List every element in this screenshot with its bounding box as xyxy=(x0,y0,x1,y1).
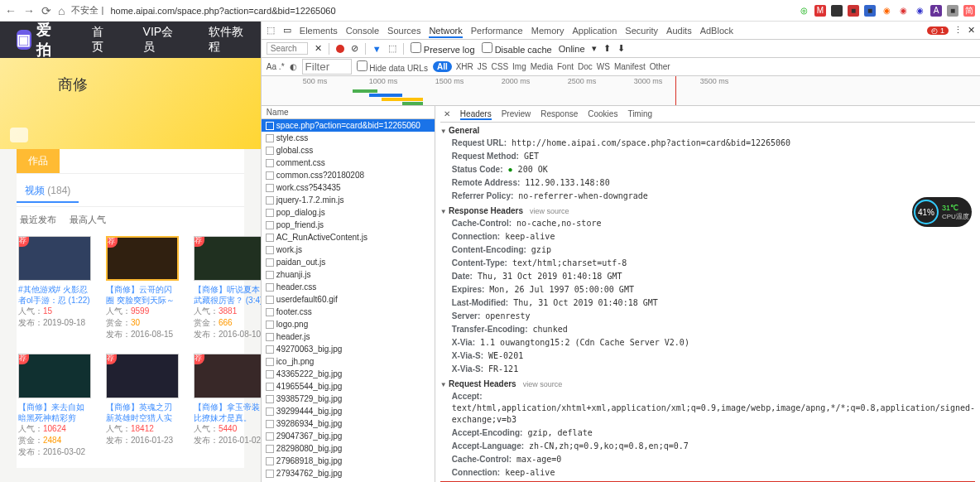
upload-icon[interactable]: ⬆ xyxy=(603,43,611,54)
record-icon[interactable] xyxy=(336,45,344,53)
request-row[interactable]: pop_friend.js xyxy=(262,219,435,231)
filter-recent[interactable]: 最近发布 xyxy=(20,214,56,226)
request-row[interactable]: jquery-1.7.2.min.js xyxy=(262,194,435,206)
request-row[interactable]: header.css xyxy=(262,281,435,293)
request-row[interactable]: 29047367_big.jpg xyxy=(262,430,435,442)
inspect-icon[interactable]: ⬚ xyxy=(267,25,275,36)
request-row[interactable]: work.css?543435 xyxy=(262,181,435,194)
devtools-tab-application[interactable]: Application xyxy=(572,26,617,36)
type-filter-font[interactable]: Font xyxy=(557,62,574,71)
detail-tab-cookies[interactable]: Cookies xyxy=(588,109,617,120)
back-icon[interactable]: ← xyxy=(5,4,17,17)
request-row[interactable]: common.css?20180208 xyxy=(262,169,435,181)
nav-vip[interactable]: VIP会员 xyxy=(143,25,175,55)
detail-tab-headers[interactable]: Headers xyxy=(460,109,492,120)
clear-search-icon[interactable]: ✕ xyxy=(315,43,322,54)
reload-icon[interactable]: ⟳ xyxy=(41,4,51,17)
request-row[interactable]: 39286934_big.jpg xyxy=(262,417,435,430)
request-row[interactable]: zhuanji.js xyxy=(262,268,435,281)
home-icon[interactable]: ⌂ xyxy=(58,4,65,17)
request-row[interactable]: userdefault60.gif xyxy=(262,293,435,306)
throttle-select[interactable]: Online xyxy=(559,44,585,54)
clear-icon[interactable]: ⊘ xyxy=(351,43,358,54)
close-icon[interactable]: ✕ xyxy=(968,25,975,36)
devtools-tab-elements[interactable]: Elements xyxy=(300,26,338,36)
detail-tab-preview[interactable]: Preview xyxy=(502,109,531,120)
video-title[interactable]: 【商修】来去自如 暗黑死神精彩剪辑。(3:44) xyxy=(18,402,91,423)
request-list[interactable]: Name space.php?action=card&bid=12265060s… xyxy=(262,106,435,482)
settings-icon[interactable]: ⋮ xyxy=(954,25,963,36)
request-headers-section[interactable]: Request Headersview source xyxy=(440,376,975,390)
devtools-tab-console[interactable]: Console xyxy=(346,26,379,36)
type-filter-other[interactable]: Other xyxy=(650,62,670,71)
type-filter-manifest[interactable]: Manifest xyxy=(614,62,646,71)
preserve-log[interactable]: Preserve log xyxy=(411,42,475,55)
devtools-tab-sources[interactable]: Sources xyxy=(387,26,420,36)
request-row[interactable]: logo.png xyxy=(262,318,435,330)
nav-home[interactable]: 首页 xyxy=(92,25,110,55)
request-row[interactable]: 43365222_big.jpg xyxy=(262,368,435,380)
request-row[interactable]: footer.css xyxy=(262,306,435,318)
devtools-tab-security[interactable]: Security xyxy=(625,26,658,36)
request-row[interactable]: AC_RunActiveContent.js xyxy=(262,231,435,243)
error-count[interactable]: ◴ 1 xyxy=(927,27,949,35)
video-card[interactable]: 荐 【商修】云哥的闪圈 突脸突到天际～ (22:49) 人气：9599 赏金：3… xyxy=(106,236,179,340)
nav-tutorial[interactable]: 软件教程 xyxy=(209,25,244,55)
type-filter-doc[interactable]: Doc xyxy=(578,62,593,71)
type-filter-js[interactable]: JS xyxy=(478,62,488,71)
filter-expand-icon[interactable]: ◐ xyxy=(290,62,297,71)
hide-data-urls[interactable]: Hide data URLs xyxy=(357,60,428,73)
devtools-tab-network[interactable]: Network xyxy=(429,26,462,38)
search-icon[interactable]: ⬚ xyxy=(388,43,396,54)
video-card[interactable]: 荐 【商修】拿玉帝装比撩妹才是真。(3:4) 人气：5440 发布：2016-0… xyxy=(194,354,261,458)
search-input[interactable] xyxy=(267,42,308,55)
video-title[interactable]: 【商修】英魂之刃新英雄时空猎人实战 (29:57) xyxy=(106,402,179,423)
request-row[interactable]: header.js xyxy=(262,330,435,343)
filter-icon[interactable]: ▼ xyxy=(372,44,382,54)
filter-popular[interactable]: 最高人气 xyxy=(70,214,106,226)
address-bar[interactable]: home.aipai.com/space.php?action=card&bid… xyxy=(110,6,335,16)
disable-cache[interactable]: Disable cache xyxy=(482,42,552,55)
chat-icon[interactable] xyxy=(10,128,28,142)
video-title[interactable]: 【商修】云哥的闪圈 突脸突到天际～ (22:49) xyxy=(106,284,179,306)
devtools-tab-audits[interactable]: Audits xyxy=(666,26,692,36)
request-row[interactable]: 27934762_big.jpg xyxy=(262,467,435,480)
type-filter-ws[interactable]: WS xyxy=(597,62,610,71)
type-filter-img[interactable]: Img xyxy=(512,62,526,71)
close-detail-icon[interactable]: ✕ xyxy=(444,109,450,120)
type-filter-all[interactable]: All xyxy=(433,61,452,72)
forward-icon[interactable]: → xyxy=(23,4,35,17)
video-title[interactable]: #其他游戏# 火影忍者ol手游：忍 (1:22) xyxy=(18,284,91,306)
video-title[interactable]: 【商修】听说夏本武藏很厉害？ (3:4) xyxy=(194,284,261,306)
timeline-overview[interactable]: 500 ms1000 ms1500 ms2000 ms2500 ms3000 m… xyxy=(262,76,980,106)
detail-tab-timing[interactable]: Timing xyxy=(627,109,652,120)
request-row[interactable]: space.php?action=card&bid=12265060 xyxy=(262,119,435,132)
request-row[interactable]: 41965544_big.jpg xyxy=(262,380,435,393)
site-logo[interactable]: ▣ 爱拍 xyxy=(17,22,59,60)
filter-input[interactable] xyxy=(302,59,352,75)
request-row[interactable]: global.css xyxy=(262,144,435,157)
devtools-tab-memory[interactable]: Memory xyxy=(531,26,564,36)
type-filter-xhr[interactable]: XHR xyxy=(456,62,473,71)
response-headers-section[interactable]: Response Headersview source xyxy=(440,203,975,217)
request-row[interactable]: 27968918_big.jpg xyxy=(262,455,435,467)
general-section[interactable]: General xyxy=(440,123,975,137)
video-card[interactable]: 荐 【商修】来去自如 暗黑死神精彩剪辑。(3:44) 人气：10624 赏金：2… xyxy=(18,354,91,458)
devtools-tab-adblock[interactable]: AdBlock xyxy=(700,26,733,36)
video-card[interactable]: 荐 #其他游戏# 火影忍者ol手游：忍 (1:22) 人气：15 发布：2019… xyxy=(18,236,91,340)
video-title[interactable]: 【商修】拿玉帝装比撩妹才是真。(3:4) xyxy=(194,402,261,423)
request-row[interactable]: 39385729_big.jpg xyxy=(262,393,435,405)
request-row[interactable]: style.css xyxy=(262,132,435,144)
device-icon[interactable]: ▭ xyxy=(283,25,291,36)
request-row[interactable]: paidan_out.js xyxy=(262,256,435,268)
type-filter-css[interactable]: CSS xyxy=(491,62,508,71)
request-row[interactable]: comment.css xyxy=(262,157,435,169)
request-row[interactable]: ico_jh.png xyxy=(262,355,435,368)
request-row[interactable]: 49270063_big.jpg xyxy=(262,343,435,355)
tab-works[interactable]: 作品 xyxy=(17,149,60,173)
video-card[interactable]: 荐 【商修】听说夏本武藏很厉害？ (3:4) 人气：3881 赏金：666 发布… xyxy=(194,236,261,340)
subtab-video[interactable]: 视频 (184) xyxy=(17,181,79,203)
devtools-tab-performance[interactable]: Performance xyxy=(471,26,523,36)
request-row[interactable]: work.js xyxy=(262,243,435,256)
request-row[interactable]: 39299444_big.jpg xyxy=(262,405,435,417)
